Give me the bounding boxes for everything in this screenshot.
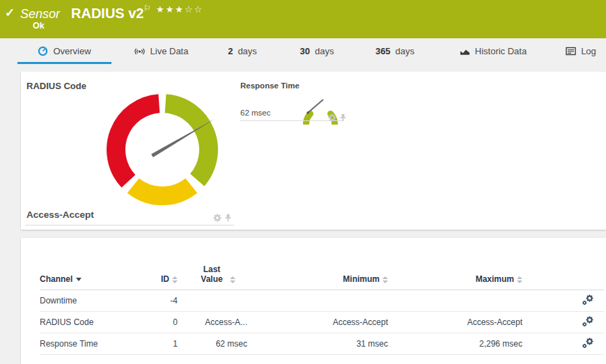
column-header-last-value[interactable]: Last Value — [185, 264, 254, 290]
column-label: Minimum — [343, 274, 380, 284]
gauge-value-response-time: 62 msec — [240, 109, 270, 117]
table-row-radius-code: RADIUS Code 0 Access-A... Access-Accept … — [40, 312, 604, 333]
channel-settings-gears-icon[interactable] — [582, 294, 594, 306]
tab-live-data[interactable]: Live Data — [115, 38, 207, 64]
tab-2-days[interactable]: 2 days — [209, 38, 276, 64]
gauge-title-radius-code: RADIUS Code — [26, 81, 86, 91]
tab-365-days[interactable]: 365 days — [357, 38, 433, 64]
table-row-downtime: Downtime -4 — [40, 290, 604, 312]
divider — [25, 225, 234, 225]
flag-icon[interactable]: ⚐ — [143, 3, 151, 13]
maximum-value: 2,296 msec — [395, 333, 529, 355]
column-header-channel[interactable]: Channel — [40, 264, 130, 290]
sort-desc-icon — [76, 278, 81, 281]
tab-label: Overview — [53, 46, 91, 56]
minimum-value: 31 msec — [254, 333, 395, 355]
tab-number: 30 — [300, 46, 310, 56]
tab-historic-data[interactable]: Historic Data — [439, 38, 547, 64]
pin-icon[interactable] — [339, 113, 347, 122]
tab-label: days — [238, 46, 256, 56]
tab-label: Log — [581, 46, 596, 56]
minimum-value — [254, 290, 395, 312]
gear-icon[interactable] — [328, 113, 336, 122]
sort-icon — [517, 276, 522, 283]
channel-table: Channel ID Last Value Minimum Maximum — [40, 264, 604, 355]
pin-icon[interactable] — [224, 214, 232, 222]
tab-bar: Overview Live Data 2 days 30 days 365 da… — [0, 38, 606, 64]
gauges-panel: RADIUS Code Access-Accept Response Time … — [21, 72, 606, 230]
tab-label: Live Data — [150, 46, 189, 56]
maximum-value: Access-Accept — [395, 312, 529, 333]
tab-label: days — [396, 46, 414, 56]
status-badge: Ok — [33, 21, 45, 31]
tab-label: Historic Data — [475, 46, 527, 56]
gauge-tools — [328, 113, 347, 122]
gauge-tools — [213, 214, 232, 222]
column-header-actions — [529, 264, 604, 290]
tab-overview[interactable]: Overview — [17, 38, 111, 64]
last-value: 62 msec — [185, 333, 254, 355]
column-label: ID — [161, 274, 169, 284]
column-label: Channel — [40, 274, 72, 284]
tab-number: 365 — [375, 46, 391, 56]
gauge-value-label: Access-Accept — [26, 209, 94, 220]
log-list-icon — [566, 47, 576, 56]
gauge-needle — [308, 100, 323, 113]
channel-table-panel: Channel ID Last Value Minimum Maximum — [21, 238, 606, 364]
column-label: Last Value — [196, 264, 227, 284]
tab-log[interactable]: Log — [556, 38, 606, 64]
ok-check-icon: ✓ — [5, 6, 15, 20]
maximum-value — [395, 290, 529, 312]
object-type-label: Sensor — [20, 7, 60, 22]
priority-stars[interactable]: ★★★☆☆ — [156, 4, 203, 15]
channel-settings-gears-icon[interactable] — [582, 316, 594, 327]
gear-icon[interactable] — [213, 214, 222, 222]
last-value: Access-A... — [185, 312, 254, 333]
channel-id: -4 — [130, 290, 185, 312]
tab-label: days — [315, 46, 334, 56]
channel-id: 0 — [130, 312, 185, 333]
column-header-minimum[interactable]: Minimum — [254, 264, 395, 290]
radius-code-gauge — [93, 80, 232, 219]
channel-name[interactable]: Downtime — [40, 290, 130, 312]
minimum-value: Access-Accept — [254, 312, 395, 333]
sensor-title: RADIUS v2 — [71, 6, 143, 22]
area-chart-icon — [460, 47, 470, 56]
column-label: Maximum — [476, 274, 514, 284]
gauge-icon — [38, 46, 48, 56]
channel-name[interactable]: RADIUS Code — [40, 312, 130, 333]
table-header-row: Channel ID Last Value Minimum Maximum — [40, 264, 604, 290]
channel-settings-gears-icon[interactable] — [582, 338, 594, 349]
column-header-id[interactable]: ID — [130, 264, 185, 290]
sensor-status-header: ✓ Sensor RADIUS v2 ⚐ ★★★☆☆ Ok — [0, 0, 606, 38]
table-row-response-time: Response Time 1 62 msec 31 msec 2,296 ms… — [40, 333, 604, 355]
sort-icon — [230, 276, 235, 283]
gauge-title-response-time: Response Time — [240, 81, 300, 90]
broadcast-icon — [134, 47, 146, 56]
column-header-maximum[interactable]: Maximum — [395, 264, 529, 290]
tab-30-days[interactable]: 30 days — [282, 38, 352, 64]
channel-id: 1 — [130, 333, 185, 355]
tab-number: 2 — [228, 46, 233, 56]
channel-name[interactable]: Response Time — [40, 333, 130, 355]
last-value — [185, 290, 254, 312]
sort-icon — [382, 276, 388, 283]
sort-icon — [172, 276, 178, 283]
